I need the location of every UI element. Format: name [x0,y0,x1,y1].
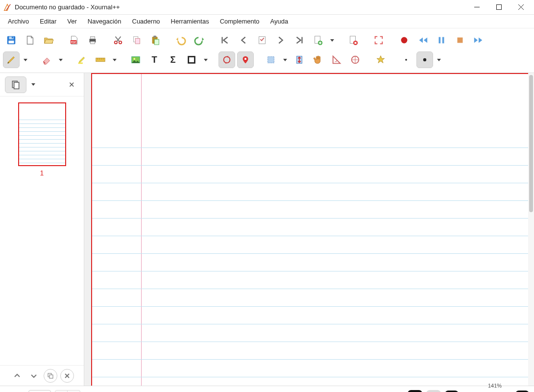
compass-button[interactable] [347,51,364,68]
svg-point-52 [423,58,426,61]
menu-editar[interactable]: Editar [35,16,61,27]
page-increment-button[interactable]: + [68,390,80,392]
svg-rect-32 [458,38,463,43]
pen-size-dropdown[interactable] [435,59,443,61]
rewind-button[interactable] [414,32,431,49]
menu-complemento[interactable]: Complemento [215,16,265,27]
svg-point-40 [133,58,135,60]
sidebar-down-button[interactable] [27,369,41,383]
sidebar-close-button[interactable]: ✕ [64,77,79,92]
annotated-page-button[interactable] [254,32,270,49]
menu-herramientas[interactable]: Herramientas [166,16,214,27]
pen-thin-button[interactable] [398,51,414,68]
shape-tool-button[interactable] [183,51,200,68]
close-button[interactable] [510,0,532,14]
svg-text:Σ: Σ [170,54,176,65]
insert-page-dropdown[interactable] [328,39,336,42]
copy-button[interactable] [128,32,145,49]
maximize-button[interactable] [488,0,510,14]
tex-tool-button[interactable]: Σ [165,51,181,68]
stop-button[interactable] [452,32,468,49]
menu-ver[interactable]: Ver [62,16,82,27]
ruler-dropdown[interactable] [111,59,119,61]
favorite-button[interactable] [372,51,389,68]
menu-archivo[interactable]: Archivo [3,16,34,27]
cut-button[interactable] [110,32,126,49]
zoom-in-button[interactable]: + [515,391,529,392]
thumbnail-lines [19,116,65,165]
page-canvas[interactable] [91,73,532,386]
pen-tool-button[interactable] [3,51,20,68]
toolbar-row-2: T Σ [3,50,531,70]
page-number-input[interactable] [28,390,51,392]
shape-tool-dropdown[interactable] [202,59,210,61]
minimize-button[interactable] [466,0,488,14]
menu-ayuda[interactable]: Ayuda [266,16,293,27]
print-button[interactable] [84,32,101,49]
canvas-scroll[interactable] [84,73,534,386]
svg-rect-56 [49,375,53,378]
svg-rect-20 [153,36,156,38]
pause-button[interactable] [433,32,450,49]
svg-point-29 [401,37,408,44]
redo-button[interactable] [191,32,208,49]
text-tool-button[interactable]: T [146,51,163,68]
sidebar-view-selector[interactable] [5,76,26,93]
window-title: Documento no guardado - Xournal++ [15,3,466,11]
svg-rect-54 [14,82,19,89]
svg-rect-34 [96,58,105,61]
pen-tool-dropdown[interactable] [22,59,29,61]
forward-button[interactable] [470,32,487,49]
record-button[interactable] [396,32,413,49]
page-decrement-button[interactable]: − [55,390,68,392]
view-zoom100-button[interactable]: 1 [408,390,422,392]
eraser-tool-button[interactable] [38,51,55,68]
last-page-button[interactable] [291,32,308,49]
first-page-button[interactable] [217,32,233,49]
prev-page-button[interactable] [235,32,252,49]
highlighter-tool-button[interactable] [73,51,90,68]
select-rect-button[interactable] [263,51,279,68]
save-button[interactable] [3,32,20,49]
svg-rect-46 [268,57,274,63]
zoom-slider-wrap: 141% [462,390,511,392]
grid-snap-button[interactable] [237,51,254,68]
menu-cuaderno[interactable]: Cuaderno [127,16,165,27]
view-presentation-button[interactable] [389,390,404,392]
setsquare-button[interactable] [328,51,345,68]
delete-page-button[interactable] [345,32,362,49]
hand-tool-button[interactable] [310,51,326,68]
view-zoomfit-button[interactable] [426,390,441,392]
next-page-button[interactable] [272,32,289,49]
export-pdf-button[interactable]: PDF [66,32,82,49]
sidebar-duplicate-button[interactable] [44,369,57,383]
image-tool-button[interactable] [127,51,144,68]
page-thumbnail-1[interactable] [18,102,66,166]
svg-rect-5 [9,41,14,44]
paste-button[interactable] [147,32,164,49]
ruler-tool-button[interactable] [92,51,109,68]
scrollbar-thumb[interactable] [529,75,533,212]
vertical-scrollbar[interactable] [528,73,534,386]
thumbnail-list: 1 [0,97,84,365]
undo-button[interactable] [172,32,189,49]
open-button[interactable] [40,32,57,49]
select-dropdown[interactable] [281,59,289,61]
svg-rect-33 [78,63,83,64]
svg-rect-21 [154,39,159,45]
svg-rect-31 [442,37,444,44]
view-dualpage-button[interactable] [370,390,385,392]
sidebar-up-button[interactable] [10,369,24,383]
zoom-out-button[interactable]: − [445,391,459,392]
rotate-snap-button[interactable] [218,51,235,68]
menu-navegacion[interactable]: Navegación [83,16,126,27]
pen-medium-button[interactable] [416,51,433,68]
sidebar-delete-button[interactable] [60,369,74,383]
sidebar-view-dropdown[interactable] [29,83,37,86]
vertical-space-button[interactable] [291,51,308,68]
fullscreen-button[interactable] [370,32,387,49]
statusbar: Página − + de 1 Capa Capa 1 ⌄ 1 − 141% + [0,386,534,392]
new-button[interactable] [22,32,38,49]
eraser-tool-dropdown[interactable] [57,59,65,61]
insert-page-button[interactable] [310,32,326,49]
